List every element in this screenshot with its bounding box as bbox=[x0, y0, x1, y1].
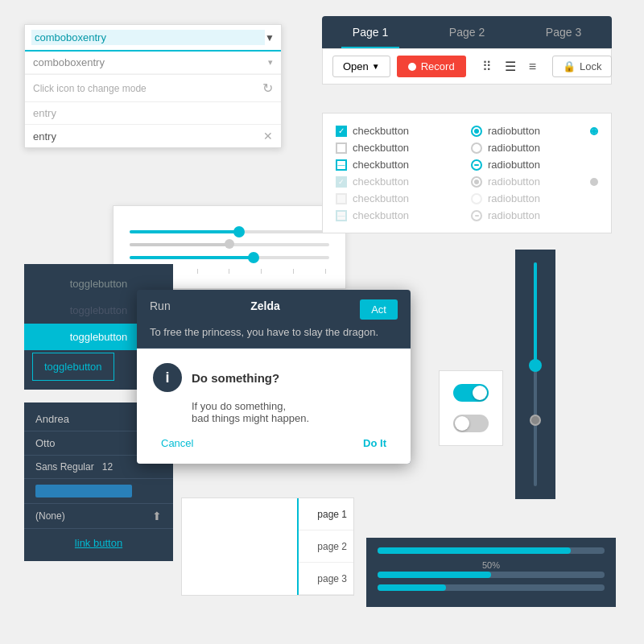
slider-3-thumb[interactable] bbox=[248, 252, 259, 263]
color-swatch[interactable] bbox=[35, 485, 132, 497]
slider-3-track[interactable] bbox=[130, 256, 329, 259]
slider-1-thumb[interactable] bbox=[233, 226, 245, 237]
checkbox-checked[interactable] bbox=[336, 126, 347, 137]
notebook-side-tabs: page 1 page 2 page 3 bbox=[297, 498, 353, 595]
cancel-button[interactable]: Cancel bbox=[161, 437, 193, 449]
radio-indeterminate[interactable] bbox=[471, 159, 482, 171]
combobox-mode-row: Click icon to change mode ↻ bbox=[25, 75, 281, 102]
radiobutton-row-6: radiobutton bbox=[471, 209, 598, 221]
color-row bbox=[24, 479, 173, 504]
checkbutton-row-4: ✓ checkbutton bbox=[336, 175, 463, 188]
dialog-header: Run Zelda Act bbox=[137, 290, 411, 326]
toggle-knob-off bbox=[455, 416, 469, 431]
vertical-slider bbox=[515, 250, 555, 499]
upload-icon[interactable]: ⬆ bbox=[152, 510, 162, 522]
progress-track-3 bbox=[378, 584, 605, 591]
font-label: Sans Regular 12 bbox=[35, 461, 113, 473]
progress-row-2: 50% bbox=[378, 560, 605, 578]
slider-2-track[interactable] bbox=[130, 243, 329, 246]
toggle-knob-on bbox=[473, 386, 487, 400]
radio-disabled-dot bbox=[471, 176, 482, 188]
dialog-confirm-title: Do something? bbox=[192, 371, 279, 385]
combobox-dropdown: comboboxentry ▾ bbox=[25, 52, 281, 75]
radio-unchecked[interactable] bbox=[471, 142, 482, 154]
none-row: (None) ⬆ bbox=[24, 504, 173, 529]
dialog-message: To free the princess, you have to slay t… bbox=[137, 326, 411, 349]
togglebutton-outline[interactable]: togglebutton bbox=[32, 353, 114, 381]
do-it-button[interactable]: Do It bbox=[363, 437, 386, 449]
radiobutton-label-1: radiobutton bbox=[488, 125, 540, 137]
link-button[interactable]: link button bbox=[75, 537, 122, 549]
dropdown-andrea-label: Andrea bbox=[35, 413, 69, 425]
combobox-input[interactable]: comboboxentry bbox=[31, 30, 265, 45]
progress-row-3 bbox=[378, 584, 605, 591]
combobox-top-row[interactable]: comboboxentry ▼ bbox=[25, 25, 281, 52]
checkbutton-label-6: checkbutton bbox=[353, 209, 409, 221]
toolbar: Open ▼ Record ⠿ ☰ ≡ 🔒 Lock bbox=[322, 48, 612, 85]
vert-thumb-2[interactable] bbox=[530, 415, 541, 426]
toggle-switches-panel bbox=[439, 370, 503, 446]
dialog: Run Zelda Act To free the princess, you … bbox=[137, 290, 411, 464]
lock-button[interactable]: 🔒 Lock bbox=[552, 56, 612, 77]
notebook-tab-2[interactable]: page 2 bbox=[299, 530, 353, 563]
radio-checked-2[interactable] bbox=[590, 127, 598, 135]
open-label: Open bbox=[343, 60, 369, 72]
progress-fill-3 bbox=[378, 584, 446, 591]
vert-fill-1 bbox=[534, 262, 537, 363]
tab-page2[interactable]: Page 2 bbox=[419, 16, 515, 48]
progress-track-2 bbox=[378, 572, 605, 578]
progress-fill-1 bbox=[378, 547, 571, 554]
record-button[interactable]: Record bbox=[397, 56, 466, 77]
info-icon: i bbox=[153, 363, 182, 392]
tick bbox=[293, 269, 294, 274]
progress-panel: 50% bbox=[366, 538, 616, 607]
radiobutton-row-4: radiobutton bbox=[471, 175, 598, 188]
refresh-icon[interactable]: ↻ bbox=[262, 80, 273, 96]
list-icon[interactable]: ☰ bbox=[502, 56, 519, 77]
combobox-dropdown-item[interactable]: comboboxentry ▾ bbox=[25, 52, 281, 74]
mode-label: Click icon to change mode bbox=[33, 83, 147, 94]
checkbox-unchecked[interactable] bbox=[336, 142, 347, 154]
dialog-act-button[interactable]: Act bbox=[360, 299, 398, 320]
checkbutton-row-5: checkbutton bbox=[336, 192, 463, 204]
combobox-entry-filled-row[interactable]: entry ✕ bbox=[25, 125, 281, 147]
radiobutton-label-3: radiobutton bbox=[488, 159, 540, 171]
notebook-tab-3[interactable]: page 3 bbox=[299, 563, 353, 595]
slider-2-thumb[interactable] bbox=[225, 239, 234, 249]
tick bbox=[197, 269, 198, 274]
vertical-slider-track[interactable] bbox=[534, 262, 537, 486]
progress-fill-2 bbox=[378, 572, 491, 578]
dialog-run-label: Run bbox=[150, 299, 171, 320]
radio-checked[interactable] bbox=[471, 126, 482, 137]
toggle-switch-off[interactable] bbox=[453, 415, 489, 432]
tab-page3[interactable]: Page 3 bbox=[515, 16, 612, 48]
chevron-down-icon[interactable]: ▼ bbox=[265, 32, 275, 43]
radiobutton-row-3: radiobutton bbox=[471, 159, 598, 171]
tab-page1[interactable]: Page 1 bbox=[322, 16, 419, 48]
tabs-widget: Page 1 Page 2 Page 3 Open ▼ Record ⠿ ☰ ≡… bbox=[322, 16, 612, 85]
notebook-tab-1[interactable]: page 1 bbox=[299, 498, 353, 530]
lock-icon: 🔒 bbox=[563, 60, 576, 72]
slider-1-track[interactable] bbox=[130, 230, 329, 233]
record-label: Record bbox=[421, 60, 455, 72]
radiobutton-row-1: radiobutton bbox=[471, 125, 598, 137]
open-button[interactable]: Open ▼ bbox=[332, 56, 390, 77]
menu-icon[interactable]: ≡ bbox=[526, 56, 539, 77]
checkbutton-row-6: — checkbutton bbox=[336, 209, 463, 221]
check-radio-panel: checkbutton radiobutton checkbutton radi… bbox=[322, 113, 612, 233]
none-label: (None) bbox=[35, 510, 65, 522]
checkbutton-label-3: checkbutton bbox=[353, 159, 409, 171]
close-icon[interactable]: ✕ bbox=[263, 130, 273, 142]
check-radio-grid: checkbutton radiobutton checkbutton radi… bbox=[336, 125, 598, 221]
checkbutton-label-2: checkbutton bbox=[353, 142, 409, 154]
checkbutton-row-1: checkbutton bbox=[336, 125, 463, 137]
tick bbox=[261, 269, 262, 274]
entry-value: entry bbox=[33, 130, 56, 142]
checkbox-indeterminate[interactable] bbox=[336, 159, 347, 171]
toggle-switch-on[interactable] bbox=[453, 384, 489, 402]
grid-icon[interactable]: ⠿ bbox=[479, 56, 495, 77]
progress-label-2: 50% bbox=[378, 560, 605, 570]
vert-thumb-1[interactable] bbox=[529, 359, 542, 372]
checkbox-disabled bbox=[336, 193, 347, 204]
dropdown-otto-label: Otto bbox=[35, 437, 56, 449]
